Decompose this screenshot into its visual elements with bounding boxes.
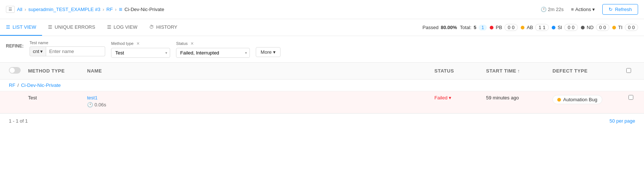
status-value: Failed bbox=[434, 95, 447, 100]
stat-si: SI 0 0 bbox=[552, 24, 578, 31]
nd-v1: 0 bbox=[599, 25, 602, 30]
breadcrumb: ☰ All › superadmin_TEST_EXAMPLE #3 › RF … bbox=[6, 6, 164, 13]
stats-bar: Passed 80.00% Total: 5 1 PB 0 0 AB 1 bbox=[417, 24, 644, 31]
status-select[interactable]: Failed, Interrupted bbox=[176, 48, 250, 58]
more-filter-button[interactable]: More ▾ bbox=[256, 47, 280, 57]
table-rf-link[interactable]: RF bbox=[9, 82, 15, 88]
tab-unique-errors-label: UNIQUE ERRORS bbox=[55, 24, 95, 30]
stat-pb: PB 0 0 bbox=[490, 24, 518, 31]
tab-list-view[interactable]: ☰ LIST VIEW bbox=[0, 19, 42, 36]
si-badge: 0 0 bbox=[564, 24, 578, 31]
method-type-select[interactable]: Test bbox=[111, 48, 170, 58]
table-sep: / bbox=[17, 82, 19, 88]
ti-dot bbox=[612, 26, 616, 29]
history-icon: ⏱ bbox=[149, 24, 154, 30]
nav-tabs-container: ☰ LIST VIEW ☰ UNIQUE ERRORS ☰ LOG VIEW ⏱… bbox=[0, 19, 644, 36]
refresh-icon: ↻ bbox=[609, 7, 613, 12]
tab-list-view-label: LIST VIEW bbox=[13, 24, 36, 30]
tab-history-label: HISTORY bbox=[156, 24, 177, 30]
tab-log-view-label: LOG VIEW bbox=[114, 24, 137, 30]
footer: 1 - 1 of 1 50 per page bbox=[0, 113, 644, 128]
ab-dot bbox=[521, 26, 524, 29]
ti-label: TI bbox=[618, 25, 623, 30]
breadcrumb-project[interactable]: superadmin_TEST_EXAMPLE #3 bbox=[28, 7, 100, 12]
test-name-label: Test name bbox=[30, 40, 105, 45]
actions-label: Actions bbox=[575, 7, 591, 12]
row-status-cell: Failed ▾ bbox=[431, 91, 483, 104]
method-type-clear[interactable]: × bbox=[137, 40, 140, 46]
total-label: Total: bbox=[460, 25, 471, 30]
status-filter: Status × Failed, Interrupted ▾ bbox=[176, 40, 250, 58]
more-label: More bbox=[261, 49, 272, 55]
actions-button[interactable]: ≡ Actions ▾ bbox=[568, 5, 598, 14]
ti-v2: 0 bbox=[632, 25, 635, 30]
th-status: STATUS bbox=[431, 64, 483, 78]
row-checkbox-cell bbox=[623, 91, 638, 103]
tab-history[interactable]: ⏱ HISTORY bbox=[143, 19, 183, 36]
refresh-button[interactable]: ↻ Refresh bbox=[602, 4, 638, 15]
th-start-time[interactable]: START TIME ↑ bbox=[483, 64, 550, 78]
si-dot bbox=[552, 26, 555, 29]
total-stat: Total: 5 1 bbox=[460, 25, 487, 31]
passed-stat: Passed 80.00% bbox=[423, 25, 457, 30]
start-time-value: 59 minutes ago bbox=[486, 95, 519, 100]
breadcrumb-rf[interactable]: RF bbox=[106, 7, 113, 12]
row-toggle-cell bbox=[6, 91, 25, 99]
total-val: 5 bbox=[473, 25, 476, 30]
test-name-filter: Test name cnt ▾ bbox=[30, 40, 105, 56]
menu-icon: ≡ bbox=[571, 7, 574, 12]
more-chevron-icon: ▾ bbox=[273, 49, 276, 55]
defect-badge[interactable]: Automation Bug bbox=[552, 95, 602, 104]
timer-value: 2m 22s bbox=[548, 7, 564, 12]
clock-icon: 🕐 bbox=[541, 7, 547, 12]
test-name-input-row: cnt ▾ bbox=[30, 46, 105, 56]
duration-value: 0.06s bbox=[94, 102, 106, 107]
ti-v1: 0 bbox=[628, 25, 631, 30]
pb-v2: 0 bbox=[512, 25, 514, 30]
nav-tabs: ☰ LIST VIEW ☰ UNIQUE ERRORS ☰ LOG VIEW ⏱… bbox=[0, 19, 183, 36]
status-failed-badge[interactable]: Failed ▾ bbox=[434, 95, 480, 100]
toggle-all-switch[interactable] bbox=[9, 67, 21, 74]
status-dropdown-icon: ▾ bbox=[449, 95, 451, 100]
th-defect-type: DEFECT TYPE bbox=[550, 64, 623, 78]
timer: 🕐 2m 22s bbox=[541, 7, 564, 12]
ab-v2: 1 bbox=[543, 25, 545, 30]
test-name-link[interactable]: test1 bbox=[87, 95, 97, 100]
si-label: SI bbox=[558, 25, 562, 30]
defect-type-label: Automation Bug bbox=[563, 97, 597, 102]
tab-unique-errors[interactable]: ☰ UNIQUE ERRORS bbox=[42, 19, 101, 36]
select-all-checkbox[interactable] bbox=[626, 68, 631, 73]
si-v1: 0 bbox=[568, 25, 570, 30]
tab-log-view[interactable]: ☰ LOG VIEW bbox=[101, 19, 143, 36]
list-view-icon: ☰ bbox=[6, 24, 10, 30]
table-row: Test test1 🕐 0.06s Failed ▾ 59 minutes a… bbox=[0, 91, 644, 113]
th-name: NAME bbox=[84, 64, 431, 78]
pb-dot bbox=[490, 26, 493, 29]
nd-label: ND bbox=[587, 25, 594, 30]
pb-label: PB bbox=[496, 25, 502, 30]
method-type-select-wrap: Test ▾ bbox=[111, 48, 170, 58]
ab-v1: 1 bbox=[538, 25, 541, 30]
passed-label: Passed bbox=[423, 25, 438, 30]
ti-badge: 0 0 bbox=[625, 24, 638, 31]
th-toggle bbox=[6, 63, 25, 79]
table-suite-link[interactable]: Ci-Dev-Nic-Private bbox=[21, 82, 61, 88]
name-search-input[interactable] bbox=[46, 46, 105, 56]
top-bar: ☰ All › superadmin_TEST_EXAMPLE #3 › RF … bbox=[0, 0, 644, 19]
status-select-wrap: Failed, Interrupted ▾ bbox=[176, 48, 250, 58]
method-type-label: Method type bbox=[111, 41, 134, 46]
all-toggle[interactable]: ☰ bbox=[6, 6, 15, 13]
per-page-label: 50 per page bbox=[610, 118, 635, 124]
clock-small-icon: 🕐 bbox=[87, 102, 93, 107]
pagination-label: 1 - 1 of 1 bbox=[9, 118, 28, 124]
cnt-button[interactable]: cnt ▾ bbox=[30, 46, 46, 56]
status-clear[interactable]: × bbox=[191, 40, 194, 46]
table-breadcrumb-row: RF / Ci-Dev-Nic-Private bbox=[0, 80, 644, 91]
nd-dot bbox=[581, 26, 585, 29]
breadcrumb-suite: Ci-Dev-Nic-Private bbox=[124, 7, 164, 12]
suite-icon: ≡ bbox=[119, 6, 122, 13]
row-checkbox[interactable] bbox=[628, 95, 633, 100]
defect-dot bbox=[557, 98, 561, 102]
breadcrumb-all[interactable]: All bbox=[17, 7, 22, 12]
chevron-down-icon: ▾ bbox=[592, 7, 595, 12]
